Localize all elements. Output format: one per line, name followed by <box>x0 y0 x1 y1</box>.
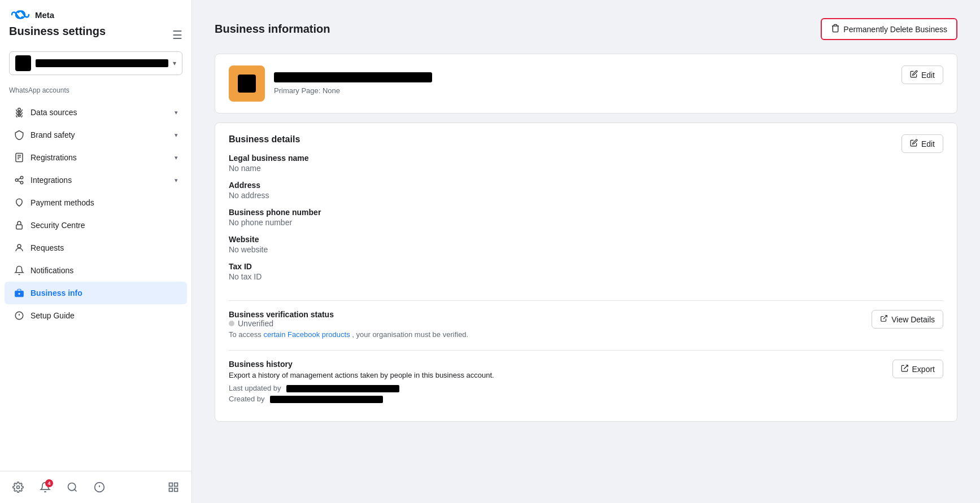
business-details-card: Business details Legal business name No … <box>215 123 957 422</box>
notification-footer-button[interactable]: 4 <box>36 478 54 496</box>
sidebar-title: Business settings <box>9 25 106 38</box>
brand-safety-chevron-icon: ▾ <box>175 132 178 139</box>
svg-line-10 <box>18 178 20 180</box>
svg-point-7 <box>15 179 18 182</box>
edit-pencil-icon <box>910 70 918 80</box>
external-link-icon <box>880 314 888 324</box>
registrations-chevron-icon: ▾ <box>175 154 178 161</box>
verification-content: Business verification status Unverified … <box>229 310 468 339</box>
verification-text-after: , your organisation must be verified. <box>352 330 468 339</box>
account-selector[interactable]: ▾ <box>9 51 182 75</box>
svg-point-8 <box>20 176 23 179</box>
svg-rect-32 <box>169 488 173 492</box>
website-row: Website No website <box>229 235 888 254</box>
svg-line-34 <box>883 316 887 319</box>
sidebar-item-requests[interactable]: Requests <box>5 237 187 259</box>
svg-point-0 <box>18 108 21 111</box>
history-created-by: Created by <box>229 395 494 403</box>
legal-name-value: No name <box>229 164 888 173</box>
edit-pencil-icon-2 <box>910 139 918 148</box>
integrations-chevron-icon: ▾ <box>175 177 178 184</box>
unverified-status-dot <box>229 321 234 326</box>
sidebar-item-business-info[interactable]: Business info <box>5 282 187 304</box>
help-footer-button[interactable] <box>90 478 108 496</box>
sidebar-item-data-sources[interactable]: Data sources ▾ <box>5 101 187 124</box>
business-info-icon <box>14 287 25 299</box>
account-name <box>36 59 168 67</box>
history-description: Export a history of management actions t… <box>229 371 494 379</box>
address-row: Address No address <box>229 181 888 200</box>
requests-icon <box>14 242 25 253</box>
verification-status-text: Unverified <box>238 319 273 328</box>
sidebar-item-data-sources-label: Data sources <box>31 108 169 117</box>
sidebar: Meta Business settings ☰ ▾ WhatsApp acco… <box>0 0 192 503</box>
business-logo <box>229 65 265 102</box>
verification-text-before: To access <box>229 330 262 339</box>
tax-id-value: No tax ID <box>229 272 888 281</box>
tax-id-row: Tax ID No tax ID <box>229 262 888 281</box>
sidebar-item-requests-label: Requests <box>31 243 178 252</box>
svg-point-25 <box>68 483 76 491</box>
sidebar-item-notifications-label: Notifications <box>31 266 178 275</box>
address-value: No address <box>229 191 888 200</box>
business-name-area: Primary Page: None <box>274 72 892 95</box>
history-title: Business history <box>229 360 494 369</box>
website-label: Website <box>229 235 888 244</box>
business-header-edit-button[interactable]: Edit <box>901 65 943 84</box>
hamburger-icon[interactable]: ☰ <box>172 28 182 42</box>
last-updated-value-bar <box>286 385 399 392</box>
sidebar-item-brand-safety-label: Brand safety <box>31 130 169 139</box>
svg-line-11 <box>18 181 20 182</box>
last-updated-label: Last updated by <box>229 384 281 392</box>
created-by-value-bar <box>270 396 383 403</box>
notifications-nav-icon <box>14 265 25 276</box>
sidebar-item-setup-guide-label: Setup Guide <box>31 311 178 320</box>
sidebar-item-security-centre-label: Security Centre <box>31 221 178 230</box>
sidebar-item-registrations-label: Registrations <box>31 153 169 162</box>
meta-logo-label: Meta <box>35 10 54 20</box>
sidebar-item-integrations[interactable]: Integrations ▾ <box>5 169 187 191</box>
sidebar-item-registrations[interactable]: Registrations ▾ <box>5 146 187 169</box>
sidebar-item-notifications[interactable]: Notifications <box>5 259 187 282</box>
permanently-delete-button[interactable]: Permanently Delete Business <box>821 18 957 40</box>
verification-header: Business verification status Unverified … <box>229 310 943 339</box>
view-details-label: View Details <box>891 315 935 324</box>
account-chevron-icon: ▾ <box>173 59 176 67</box>
phone-row: Business phone number No phone number <box>229 208 888 227</box>
legal-business-name-row: Legal business name No name <box>229 154 888 173</box>
verification-label: Business verification status <box>229 310 468 319</box>
sidebar-item-security-centre[interactable]: Security Centre <box>5 214 187 237</box>
export-button[interactable]: Export <box>892 360 943 378</box>
notification-badge: 4 <box>45 479 53 487</box>
sidebar-item-setup-guide[interactable]: Setup Guide <box>5 304 187 327</box>
security-centre-icon <box>14 220 25 231</box>
search-footer-button[interactable] <box>63 478 81 496</box>
verification-description: To access certain Facebook products , yo… <box>229 330 468 339</box>
view-details-button[interactable]: View Details <box>872 310 943 329</box>
sidebar-item-business-info-label: Business info <box>31 288 178 298</box>
dashboard-footer-button[interactable] <box>164 478 182 496</box>
history-header: Business history Export a history of man… <box>229 360 943 405</box>
svg-rect-33 <box>175 488 178 492</box>
meta-logo: Meta <box>9 9 182 20</box>
sidebar-item-integrations-label: Integrations <box>31 176 169 185</box>
svg-point-17 <box>18 244 21 248</box>
setup-guide-icon <box>14 310 25 321</box>
svg-rect-31 <box>175 483 178 487</box>
sidebar-item-payment-methods-label: Payment methods <box>31 198 178 207</box>
settings-footer-button[interactable] <box>9 478 27 496</box>
payment-methods-icon <box>14 197 25 208</box>
history-last-updated: Last updated by <box>229 384 494 392</box>
legal-name-label: Legal business name <box>229 154 888 163</box>
facebook-products-link[interactable]: certain Facebook products <box>263 330 350 339</box>
business-details-edit-button[interactable]: Edit <box>901 134 943 153</box>
address-label: Address <box>229 181 888 190</box>
sidebar-item-brand-safety[interactable]: Brand safety ▾ <box>5 124 187 146</box>
main-content: Business information Permanently Delete … <box>192 0 980 503</box>
page-title: Business information <box>215 23 330 36</box>
data-sources-chevron-icon: ▾ <box>175 109 178 116</box>
sidebar-item-payment-methods[interactable]: Payment methods <box>5 191 187 214</box>
meta-logo-icon <box>9 9 32 20</box>
tax-id-label: Tax ID <box>229 262 888 271</box>
business-details-edit-label: Edit <box>921 139 935 148</box>
